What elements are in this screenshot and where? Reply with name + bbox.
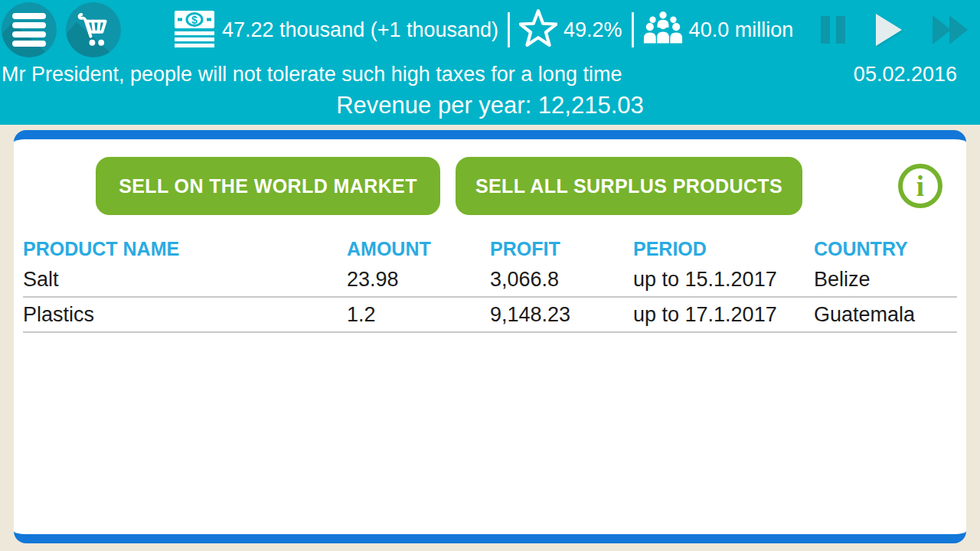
population-value: 40.0 million bbox=[689, 18, 794, 42]
star-icon bbox=[519, 8, 557, 52]
cell-country: Belize bbox=[814, 268, 957, 292]
game-date: 05.02.2016 bbox=[854, 63, 957, 86]
hamburger-icon bbox=[11, 10, 47, 50]
population-icon bbox=[643, 9, 683, 51]
stat-bar: $ 47.22 thousand (+1 thousand) 49.2% bbox=[0, 0, 980, 60]
cell-country: Guatemala bbox=[814, 303, 957, 327]
cell-profit: 3,066.8 bbox=[490, 268, 633, 292]
col-country: COUNTRY bbox=[814, 238, 957, 260]
revenue-per-year: Revenue per year: 12,215.03 bbox=[0, 89, 980, 125]
cell-period: up to 15.1.2017 bbox=[633, 268, 814, 292]
top-bar: $ 47.22 thousand (+1 thousand) 49.2% bbox=[0, 0, 980, 125]
stat-separator bbox=[508, 12, 510, 47]
advisor-message: Mr President, people will not tolerate s… bbox=[2, 63, 622, 86]
info-icon: i bbox=[916, 172, 924, 201]
fast-forward-icon bbox=[933, 15, 951, 44]
sell-all-surplus-button[interactable]: SELL ALL SURPLUS PRODUCTS bbox=[456, 157, 802, 215]
cell-profit: 9,148.23 bbox=[490, 303, 633, 327]
cell-amount: 1.2 bbox=[347, 303, 490, 327]
pause-icon bbox=[821, 16, 830, 44]
play-button[interactable] bbox=[876, 14, 902, 46]
table-row[interactable]: Salt 23.98 3,066.8 up to 15.1.2017 Beliz… bbox=[23, 262, 957, 298]
approval-value: 49.2% bbox=[564, 18, 622, 42]
col-amount: AMOUNT bbox=[347, 238, 490, 260]
fast-forward-button[interactable] bbox=[933, 15, 968, 44]
svg-text:$: $ bbox=[191, 14, 198, 26]
col-period: PERIOD bbox=[633, 238, 814, 260]
info-button[interactable]: i bbox=[898, 164, 942, 208]
actions-row: SELL ON THE WORLD MARKET SELL ALL SURPLU… bbox=[23, 157, 957, 215]
content-area: SELL ON THE WORLD MARKET SELL ALL SURPLU… bbox=[0, 125, 980, 551]
pause-button[interactable] bbox=[821, 16, 845, 44]
population-stat: 40.0 million bbox=[643, 9, 794, 51]
approval-stat: 49.2% bbox=[519, 8, 622, 52]
treasury-value: 47.22 thousand (+1 thousand) bbox=[222, 18, 498, 42]
sell-world-market-button[interactable]: SELL ON THE WORLD MARKET bbox=[96, 157, 440, 215]
money-icon: $ bbox=[173, 6, 216, 54]
table-header-row: PRODUCT NAME AMOUNT PROFIT PERIOD COUNTR… bbox=[23, 235, 957, 262]
contracts-table: PRODUCT NAME AMOUNT PROFIT PERIOD COUNTR… bbox=[23, 235, 957, 333]
market-button[interactable] bbox=[66, 2, 121, 57]
menu-button[interactable] bbox=[2, 2, 57, 57]
cell-product: Salt bbox=[23, 268, 347, 292]
table-row[interactable]: Plastics 1.2 9,148.23 up to 17.1.2017 Gu… bbox=[23, 298, 957, 333]
cell-period: up to 17.1.2017 bbox=[633, 303, 814, 327]
cell-amount: 23.98 bbox=[347, 268, 490, 292]
treasury-stat: $ 47.22 thousand (+1 thousand) bbox=[173, 6, 498, 54]
world-market-panel: SELL ON THE WORLD MARKET SELL ALL SURPLU… bbox=[14, 130, 966, 543]
cell-product: Plastics bbox=[23, 303, 347, 327]
time-controls bbox=[821, 14, 980, 46]
stat-separator bbox=[632, 12, 634, 47]
shopping-cart-icon bbox=[74, 9, 113, 51]
col-product-name: PRODUCT NAME bbox=[23, 238, 347, 260]
col-profit: PROFIT bbox=[490, 238, 633, 260]
